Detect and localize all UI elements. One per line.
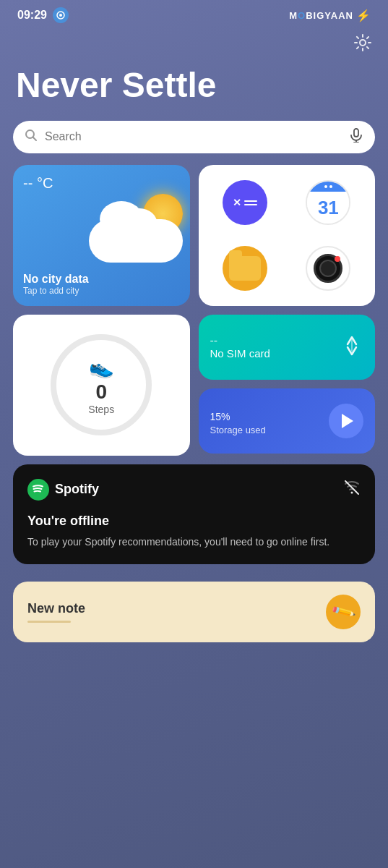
- camera-lens-inner: [319, 260, 337, 277]
- right-column: -- No SIM card 15% Storage: [199, 315, 376, 456]
- search-input[interactable]: [45, 130, 342, 143]
- svg-point-1: [59, 14, 62, 17]
- settings-row: [13, 27, 375, 59]
- svg-point-10: [351, 492, 353, 494]
- note-line-decoration: [27, 621, 71, 623]
- weather-info: No city data Tap to add city: [23, 273, 180, 296]
- microphone-icon[interactable]: [349, 128, 363, 146]
- spotify-offline-desc: To play your Spotify recommendations, yo…: [27, 535, 361, 550]
- search-icon: [25, 129, 38, 145]
- widget-grid-row2: 👟 0 Steps -- No SIM card: [13, 315, 375, 456]
- steps-circle: 👟 0 Steps: [51, 334, 152, 435]
- weather-city: No city data: [23, 273, 180, 286]
- weather-temp: -- °C: [23, 175, 180, 192]
- storage-widget[interactable]: 15% Storage used: [199, 388, 376, 454]
- spotify-header: Spotify: [27, 479, 361, 501]
- steps-count: 0: [95, 380, 107, 404]
- signal-arrows-icon: [340, 331, 363, 362]
- calc-lines: [244, 200, 257, 205]
- status-right: MOBIGYAAN ⚡: [289, 9, 371, 22]
- files-app-icon[interactable]: [223, 246, 267, 291]
- spotify-widget[interactable]: Spotify You're offline To play your Spot…: [13, 464, 375, 564]
- sim-info: -- No SIM card: [210, 334, 270, 359]
- storage-label: Storage used: [210, 425, 266, 435]
- widget-grid-row1: -- °C No city data Tap to add city ✕: [13, 165, 375, 306]
- svg-rect-5: [354, 129, 358, 137]
- spotify-logo: Spotify: [27, 479, 99, 501]
- full-width-widgets: Spotify You're offline To play your Spot…: [13, 464, 375, 642]
- settings-button[interactable]: [353, 33, 372, 56]
- storage-percent: 15%: [210, 406, 266, 425]
- calculator-app-icon[interactable]: ✕: [223, 180, 267, 225]
- calendar-number: 31: [318, 198, 339, 217]
- steps-widget[interactable]: 👟 0 Steps: [13, 315, 190, 456]
- folder-icon: [229, 256, 261, 281]
- sim-text: No SIM card: [210, 347, 270, 359]
- calendar-inner: 31: [307, 182, 349, 224]
- svg-point-2: [360, 40, 366, 46]
- main-title: Never Settle: [13, 59, 375, 121]
- steps-label: Steps: [88, 404, 114, 415]
- svg-line-4: [33, 137, 37, 140]
- spotify-name: Spotify: [55, 482, 99, 497]
- storage-info: 15% Storage used: [210, 406, 266, 435]
- pencil-icon: ✏️: [330, 599, 356, 625]
- signal-badge: [53, 7, 69, 23]
- calendar-app-icon[interactable]: 31: [306, 180, 350, 225]
- camera-dot: [335, 256, 340, 262]
- wifi-off-icon: [343, 479, 361, 500]
- status-time: 09:29: [17, 9, 47, 22]
- storage-play-button[interactable]: [329, 404, 363, 438]
- mobigyaan-logo: MOBIGYAAN: [289, 10, 353, 21]
- shoe-icon: 👟: [89, 355, 114, 379]
- weather-widget[interactable]: -- °C No city data Tap to add city: [13, 165, 190, 306]
- weather-cloud: [82, 197, 190, 263]
- search-bar: [13, 121, 375, 153]
- apps-widget: ✕ 31: [199, 165, 376, 306]
- calc-x: ✕: [233, 197, 241, 208]
- svg-point-9: [27, 479, 49, 501]
- flash-icon: ⚡: [356, 9, 371, 22]
- new-note-widget[interactable]: New note ✏️: [13, 582, 375, 642]
- play-triangle-icon: [342, 414, 353, 428]
- sim-widget[interactable]: -- No SIM card: [199, 315, 376, 380]
- spotify-offline-title: You're offline: [27, 514, 361, 529]
- new-note-button[interactable]: ✏️: [326, 595, 361, 629]
- cloud-icon: [89, 219, 183, 263]
- weather-sub: Tap to add city: [23, 286, 180, 296]
- status-bar: 09:29 MOBIGYAAN ⚡: [13, 0, 375, 27]
- sim-dash: --: [210, 334, 270, 347]
- camera-app-icon[interactable]: [306, 246, 350, 291]
- new-note-label: New note: [27, 601, 85, 616]
